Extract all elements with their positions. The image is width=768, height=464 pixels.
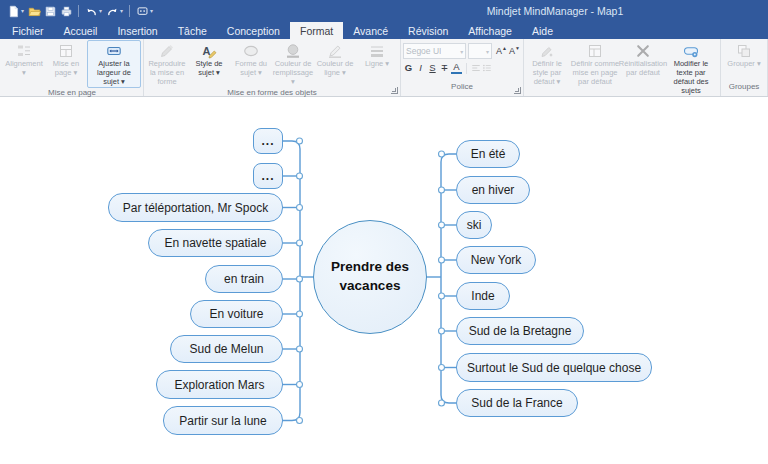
dialog-launcher[interactable] xyxy=(514,87,521,94)
italic-button[interactable]: I xyxy=(415,62,426,74)
tab-format[interactable]: Format xyxy=(290,22,343,39)
list-icon xyxy=(481,63,492,74)
topic-surtout-le-sud-de-quelque-chose[interactable]: Surtout le Sud de quelque chose xyxy=(456,353,652,382)
print-icon[interactable] xyxy=(58,3,74,19)
style-de-sujet-button[interactable]: AStyle de sujet ▾ xyxy=(188,40,230,79)
ribbon-group-mise-en-forme-des-objets: Reproduire la mise en formeAStyle de suj… xyxy=(144,39,401,96)
bold-button[interactable]: G xyxy=(403,62,414,74)
topic-en-ete[interactable]: En été xyxy=(456,140,520,168)
shrink-font-button[interactable]: A▼ xyxy=(509,46,520,56)
central-topic[interactable]: Prendre des vacances xyxy=(313,220,427,334)
default-note-icon xyxy=(587,42,603,59)
customize-icon[interactable] xyxy=(134,3,150,19)
new-document-menu-caret[interactable]: ▾ xyxy=(21,8,24,14)
tab-fichier[interactable]: Fichier xyxy=(2,22,54,39)
tab-tache[interactable]: Tâche xyxy=(168,22,217,39)
undo-menu-caret[interactable]: ▾ xyxy=(99,8,102,14)
grow-font-button[interactable]: A▲ xyxy=(496,46,507,56)
topic-new-york[interactable]: New York xyxy=(456,246,536,274)
ajuster-la-largeur-de-sujet-button[interactable]: Ajuster la largeur de sujet ▾ xyxy=(87,40,141,88)
button-label: Style de sujet ▾ xyxy=(190,60,228,78)
topic-sud-de-la-bretagne[interactable]: Sud de la Bretagne xyxy=(456,317,584,345)
fit-width-icon xyxy=(106,42,122,59)
forme-du-sujet-button: Forme du sujet ▾ xyxy=(230,40,272,79)
tab-revision[interactable]: Révision xyxy=(398,22,458,39)
button-label: Couleur de remplissage ▾ xyxy=(273,60,313,87)
button-label: Définir comme mise en page par défaut xyxy=(570,60,620,87)
customize-menu-caret[interactable]: ▾ xyxy=(150,8,153,14)
ribbon-group-groupes: Grouper ▾Groupes xyxy=(721,39,768,96)
default-style-icon xyxy=(539,42,555,59)
ribbon-group-valeurs-par-defaut: Définir le style par défaut ▾Définir com… xyxy=(524,39,721,96)
button-label: Réinitialisation par défaut xyxy=(619,60,667,78)
group-label: Groupes xyxy=(723,82,765,96)
save-icon[interactable] xyxy=(42,3,58,19)
topic-left-collapsed-0[interactable]: ... xyxy=(253,128,283,154)
format-painter-icon xyxy=(159,42,175,59)
redo-icon[interactable] xyxy=(104,3,120,19)
alignement-button: Alignement ▾ xyxy=(3,40,45,79)
qat-separator xyxy=(78,5,79,17)
topic-en-voiture[interactable]: En voiture xyxy=(190,300,283,328)
button-label: Reproduire la mise en forme xyxy=(148,60,186,87)
font-name-value: Segoe UI xyxy=(406,46,441,56)
group-icon xyxy=(736,42,752,59)
title-bar: ▾▾▾▾ Mindjet MindManager - Map1 xyxy=(0,0,768,22)
topic-exploration-mars[interactable]: Exploration Mars xyxy=(156,370,283,399)
ligne-button: Ligne ▾ xyxy=(356,40,398,70)
modifier-le-texte-par-defaut-des-sujets-button[interactable]: Modifier le texte par défaut des sujets xyxy=(664,40,718,96)
definir-comme-mise-en-page-par-defaut-button: Définir comme mise en page par défaut xyxy=(568,40,622,88)
page-layout-icon xyxy=(58,42,74,59)
line-color-icon xyxy=(327,42,343,59)
tab-insertion[interactable]: Insertion xyxy=(107,22,167,39)
qat-separator xyxy=(129,5,130,17)
grouper-button: Grouper ▾ xyxy=(723,40,765,70)
topic-inde[interactable]: Inde xyxy=(456,282,510,310)
button-label: Grouper ▾ xyxy=(727,60,760,69)
button-label: Couleur de ligne ▾ xyxy=(316,60,354,78)
map-canvas[interactable]: ......Par téléportation, Mr SpockEn nave… xyxy=(0,97,768,464)
topic-en-navette-spatiale[interactable]: En navette spatiale xyxy=(148,229,283,257)
topic-en-train[interactable]: en train xyxy=(205,265,283,293)
tab-accueil[interactable]: Accueil xyxy=(54,22,108,39)
button-label: Forme du sujet ▾ xyxy=(232,60,270,78)
tab-conception[interactable]: Conception xyxy=(217,22,290,39)
central-topic-label: Prendre des vacances xyxy=(324,258,416,296)
mise-en-page-button: Mise en page ▾ xyxy=(45,40,87,79)
redo-menu-caret[interactable]: ▾ xyxy=(120,8,123,14)
underline-button[interactable]: S xyxy=(427,62,438,74)
topic-par-teleportation-mr-spock[interactable]: Par téléportation, Mr Spock xyxy=(108,193,283,222)
alignment-icon xyxy=(16,42,32,59)
fill-color-icon xyxy=(285,42,301,59)
align-icon xyxy=(470,63,481,74)
reinitialisation-par-defaut-button: Réinitialisation par défaut xyxy=(622,40,664,79)
topic-partir-sur-la-lune[interactable]: Partir sur la lune xyxy=(163,406,283,435)
topic-en-hiver[interactable]: en hiver xyxy=(456,176,530,204)
font-size-combo: ▾ xyxy=(468,43,492,59)
couleur-de-remplissage-button: Couleur de remplissage ▾ xyxy=(272,40,314,88)
svg-text:A: A xyxy=(203,45,211,57)
couleur-de-ligne-button: Couleur de ligne ▾ xyxy=(314,40,356,79)
font-color-button[interactable]: A xyxy=(451,62,462,74)
undo-icon[interactable] xyxy=(83,3,99,19)
new-document-icon[interactable] xyxy=(5,3,21,19)
divider xyxy=(466,63,467,74)
ribbon-tab-bar: FichierAccueilInsertionTâcheConceptionFo… xyxy=(0,22,768,39)
open-folder-icon[interactable] xyxy=(26,3,42,19)
topic-sud-de-melun[interactable]: Sud de Melun xyxy=(170,335,283,363)
topic-sud-de-la-france[interactable]: Sud de la France xyxy=(456,389,578,417)
tab-avance[interactable]: Avancé xyxy=(343,22,398,39)
dialog-launcher[interactable] xyxy=(391,87,398,94)
topic-left-collapsed-1[interactable]: ... xyxy=(253,163,283,189)
tab-affichage[interactable]: Affichage xyxy=(458,22,522,39)
ribbon-group-mise-en-page: Alignement ▾Mise en page ▾Ajuster la lar… xyxy=(1,39,144,96)
line-style-icon xyxy=(369,42,385,59)
window-title: Mindjet MindManager - Map1 xyxy=(487,5,624,17)
font-name-combo: Segoe UI▾ xyxy=(403,43,466,59)
strikethrough-button[interactable]: T xyxy=(439,62,450,74)
button-label: Définir le style par défaut ▾ xyxy=(528,60,566,87)
topic-shape-icon xyxy=(243,42,259,59)
button-label: Modifier le texte par défaut des sujets xyxy=(666,60,716,95)
tab-aide[interactable]: Aide xyxy=(522,22,563,39)
topic-ski[interactable]: ski xyxy=(456,211,492,239)
